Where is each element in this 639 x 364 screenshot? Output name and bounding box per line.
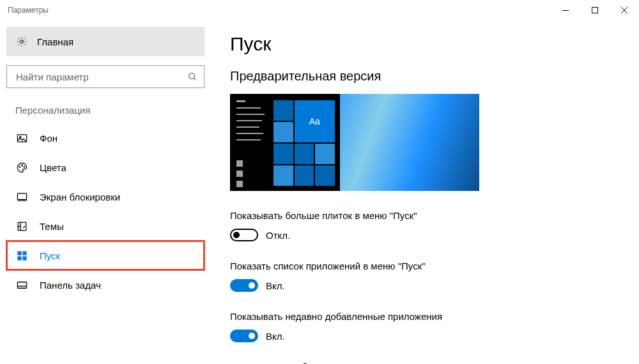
close-button[interactable] <box>610 0 639 20</box>
setting-label: Показать список приложений в меню "Пуск" <box>230 261 626 271</box>
setting-recently-added: Показывать недавно добавленные приложени… <box>230 311 626 342</box>
maximize-button[interactable] <box>580 0 610 20</box>
palette-icon <box>15 161 28 174</box>
start-preview: Aa <box>230 94 479 191</box>
search-box[interactable] <box>6 65 204 88</box>
preview-tile-aa: Aa <box>295 100 335 142</box>
svg-rect-11 <box>17 251 21 255</box>
svg-rect-15 <box>17 282 26 288</box>
svg-rect-0 <box>562 10 569 11</box>
subtitle: Предварительная версия <box>230 69 626 84</box>
search-icon <box>187 72 197 82</box>
setting-more-tiles: Показывать больше плиток в меню "Пуск" О… <box>230 210 626 241</box>
lockscreen-icon <box>15 190 28 203</box>
sidebar-item-colors[interactable]: Цвета <box>6 153 204 182</box>
svg-rect-9 <box>17 193 26 199</box>
svg-point-2 <box>20 40 24 43</box>
svg-rect-13 <box>17 256 21 260</box>
taskbar-icon <box>15 278 28 291</box>
sidebar-item-label: Панель задач <box>40 280 101 291</box>
main: Пуск Предварительная версия Aa <box>211 20 639 364</box>
nav-list: Фон Цвета Экран блокировки <box>6 123 204 300</box>
search-input[interactable] <box>16 72 187 82</box>
svg-point-7 <box>21 165 22 166</box>
svg-point-5 <box>19 136 21 138</box>
setting-app-list: Показать список приложений в меню "Пуск"… <box>230 261 626 292</box>
sidebar: Главная Персонализация Фон <box>0 20 211 364</box>
sidebar-item-background[interactable]: Фон <box>6 123 204 153</box>
svg-point-6 <box>19 166 20 167</box>
gear-icon <box>15 35 28 48</box>
sidebar-home[interactable]: Главная <box>6 27 204 56</box>
sidebar-item-label: Цвета <box>40 162 66 173</box>
titlebar: Параметры <box>0 0 639 20</box>
toggle-more-tiles[interactable] <box>230 229 258 241</box>
svg-rect-12 <box>22 251 26 255</box>
themes-icon <box>15 220 28 232</box>
sidebar-section-title: Персонализация <box>15 105 204 116</box>
toggle-state: Откл. <box>266 230 290 241</box>
setting-label: Показывать наиболее часто используемые п… <box>230 361 626 364</box>
page-title: Пуск <box>230 33 626 55</box>
sidebar-item-start[interactable]: Пуск <box>6 241 204 270</box>
minimize-button[interactable] <box>551 0 580 20</box>
toggle-recently-added[interactable] <box>230 330 258 342</box>
sidebar-item-label: Темы <box>40 221 64 232</box>
toggle-state: Вкл. <box>266 331 285 342</box>
picture-icon <box>15 132 28 144</box>
sidebar-item-themes[interactable]: Темы <box>6 211 204 241</box>
svg-point-8 <box>24 166 25 167</box>
toggle-app-list[interactable] <box>230 279 258 292</box>
sidebar-item-label: Экран блокировки <box>40 192 120 202</box>
sidebar-item-taskbar[interactable]: Панель задач <box>6 270 204 300</box>
toggle-state: Вкл. <box>266 280 285 291</box>
setting-label: Показывать недавно добавленные приложени… <box>230 311 626 322</box>
sidebar-item-label: Пуск <box>40 250 60 261</box>
svg-rect-14 <box>22 256 26 260</box>
setting-most-used: Показывать наиболее часто используемые п… <box>230 361 626 364</box>
content: Главная Персонализация Фон <box>0 20 639 364</box>
start-icon <box>15 249 28 262</box>
sidebar-home-label: Главная <box>37 36 73 47</box>
sidebar-item-lockscreen[interactable]: Экран блокировки <box>6 182 204 211</box>
preview-start-menu: Aa <box>230 94 340 191</box>
window-controls <box>551 0 639 20</box>
window-title: Параметры <box>8 6 49 15</box>
svg-rect-1 <box>592 8 598 13</box>
sidebar-item-label: Фон <box>40 133 58 144</box>
setting-label: Показывать больше плиток в меню "Пуск" <box>230 210 626 221</box>
svg-point-3 <box>189 73 195 79</box>
